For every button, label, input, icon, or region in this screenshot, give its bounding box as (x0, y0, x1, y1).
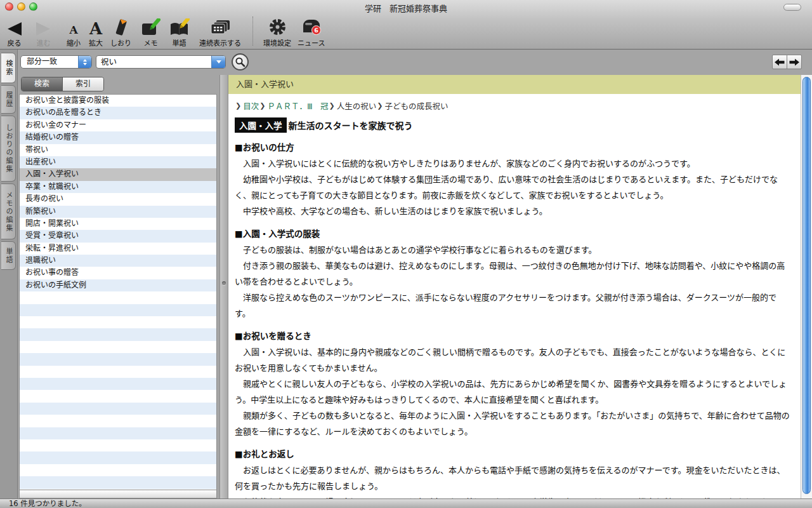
article-section: ■入園・入学式の服装 子どもの服装は、制服がない場合はあとあとの通学や学校行事な… (235, 226, 792, 321)
search-icon (235, 57, 246, 67)
empty-row (20, 439, 216, 451)
empty-row (20, 366, 216, 378)
empty-row (20, 464, 216, 476)
window-title: 学研 新冠婚葬祭事典 (63, 2, 749, 14)
side-tabstrip: 検索 履歴 しおりの編集 メモの編集 単語 (0, 50, 18, 498)
result-item[interactable]: 受賞・受章祝い (20, 230, 216, 242)
article-title-text: 新生活のスタートを家族で祝う (289, 119, 413, 131)
tab-search[interactable]: 検索 (1, 53, 16, 83)
small-letter-icon: A (69, 16, 77, 37)
article-section: ■お礼とお返し お返しはとくに必要ありませんが、親からはもちろん、本人からも電話… (235, 446, 792, 498)
keyword-value: 祝い (101, 57, 117, 67)
result-item[interactable]: 帯祝い (20, 144, 216, 156)
combo-dropdown-icon (211, 56, 225, 68)
tab-words[interactable]: 単語 (1, 241, 16, 270)
empty-row (20, 316, 216, 328)
result-item[interactable]: お祝い事の贈答 (20, 267, 216, 279)
news-badge: 6 (314, 27, 318, 34)
news-button[interactable]: 6 ニュース (298, 16, 325, 48)
tab-bookmark-edit[interactable]: しおりの編集 (1, 116, 16, 182)
status-bar: 16 件見つかりました。 (0, 498, 812, 508)
result-item[interactable]: お祝いの品を贈るとき (20, 107, 216, 119)
toolbar: 戻る 進む A 縮小 A 拡大 (0, 14, 812, 50)
keyword-combobox[interactable]: 祝い (96, 55, 226, 69)
tab-memo-edit[interactable]: メモの編集 (1, 184, 16, 239)
result-item[interactable]: お祝い金のマナー (20, 119, 216, 131)
empty-row (20, 476, 216, 488)
paragraph: 子どもの服装は、制服がない場合はあとあとの通学や学校行事などに着られるものを選び… (235, 242, 792, 258)
back-button[interactable]: 戻る (5, 16, 23, 48)
breadcrumb-toc-link[interactable]: 目次 (243, 100, 259, 112)
empty-row (20, 291, 216, 304)
vertical-scrollbar[interactable] (801, 75, 812, 498)
result-item[interactable]: 卒業・就職祝い (20, 181, 216, 193)
breadcrumb-part-link[interactable]: ＰＡＲＴ．Ⅲ 冠 (267, 100, 328, 112)
breadcrumb-chevron-icon: ❯ (329, 102, 335, 110)
search-button[interactable] (232, 53, 249, 70)
forward-button[interactable]: 進む (34, 16, 53, 48)
result-item[interactable]: 退職祝い (20, 255, 216, 267)
breadcrumb-subcategory-link[interactable]: 子どもの成長祝い (385, 100, 449, 112)
pane-splitter[interactable] (219, 75, 228, 498)
result-item[interactable]: 新築祝い (20, 206, 216, 218)
result-item[interactable]: 長寿の祝い (20, 193, 216, 205)
empty-row (20, 353, 216, 365)
words-button[interactable]: 単語 (169, 16, 190, 48)
page-nav-arrows (772, 55, 802, 69)
empty-row (20, 378, 216, 390)
forward-icon (34, 16, 53, 37)
paragraph: 親類が多く、子どもの数も多いとなると、毎年のように入園・入学祝いをすることもあり… (235, 408, 792, 439)
paragraph: 中学校や高校、大学などの場合も、新しい生活のはじまりを家族で祝いましょう。 (235, 203, 792, 219)
empty-row (20, 390, 216, 402)
breadcrumb-chevron-icon: ❯ (259, 102, 265, 110)
tab-history[interactable]: 履歴 (1, 85, 16, 114)
search-bar: 部分一致 祝い (0, 50, 812, 75)
result-item-selected[interactable]: 入園・入学祝い (20, 168, 216, 180)
bookmark-button[interactable]: しおり (110, 16, 131, 48)
results-panel: 検索 索引 お祝い金と披露宴の服装 お祝いの品を贈るとき お祝い金のマナー 結婚… (18, 75, 219, 498)
prev-entry-button[interactable] (772, 55, 787, 69)
zoom-button[interactable] (29, 3, 37, 11)
breadcrumb-chevron-icon: ❯ (235, 102, 241, 110)
memo-button[interactable]: メモ (141, 16, 160, 48)
segment-index[interactable]: 索引 (63, 77, 103, 91)
popup-stepper-icon (78, 56, 91, 68)
section-heading: ■お祝いを贈るとき (235, 328, 792, 344)
toolbar-toggle-pill[interactable] (783, 4, 801, 11)
right-arrow-icon (789, 58, 799, 66)
window-chrome: 学研 新冠婚葬祭事典 戻る 進む A 縮小 (0, 0, 812, 50)
result-item[interactable]: 開店・開業祝い (20, 218, 216, 230)
toolbar-separator (252, 17, 253, 46)
result-item[interactable]: 結婚祝いの贈答 (20, 131, 216, 144)
horizontal-scrollbar-track[interactable] (19, 490, 217, 498)
close-button[interactable] (5, 3, 13, 11)
continuous-view-button[interactable]: 連続表示する (199, 16, 241, 48)
empty-row (20, 328, 216, 340)
vertical-scrollbar-thumb[interactable] (802, 77, 811, 494)
section-heading: ■入園・入学式の服装 (235, 226, 792, 242)
result-item[interactable]: 出産祝い (20, 156, 216, 168)
minimize-button[interactable] (17, 3, 25, 11)
result-item[interactable]: 栄転・昇進祝い (20, 243, 216, 255)
enlarge-font-button[interactable]: A 拡大 (89, 16, 103, 48)
result-item[interactable]: お祝い金と披露宴の服装 (20, 95, 216, 107)
entry-title-bar: 入園・入学祝い (228, 75, 801, 94)
shrink-font-button[interactable]: A 縮小 (67, 16, 81, 48)
paragraph: 親戚やとくに親しい友人の子どもなら、小学校の入学祝いの品は、先方にあらかじめ希望… (235, 376, 792, 408)
paragraph: 洋服なら控えめな色のスーツかワンピースに、派手にならない程度のアクセサリーをつけ… (235, 290, 792, 321)
splitter-grip-icon (222, 281, 226, 285)
section-heading: ■お礼とお返し (235, 446, 792, 462)
memo-pencil-icon (141, 16, 160, 37)
word-book-icon (169, 16, 190, 37)
match-mode-value: 部分一致 (27, 57, 57, 66)
breadcrumb-category-link[interactable]: 人生の祝い (337, 100, 377, 112)
empty-row (20, 304, 216, 316)
bookmark-icon (112, 16, 130, 37)
paragraph: 幼稚園や小学校は、子どもがはじめて体験する集団生活の場であり、広い意味での社会生… (235, 171, 792, 203)
preferences-button[interactable]: 環境設定 (263, 16, 291, 48)
segment-search[interactable]: 検索 (22, 77, 63, 91)
result-item[interactable]: お祝いの手紙文例 (20, 279, 216, 291)
gear-icon (268, 16, 287, 37)
match-mode-select[interactable]: 部分一致 (20, 55, 92, 69)
next-entry-button[interactable] (787, 55, 802, 69)
